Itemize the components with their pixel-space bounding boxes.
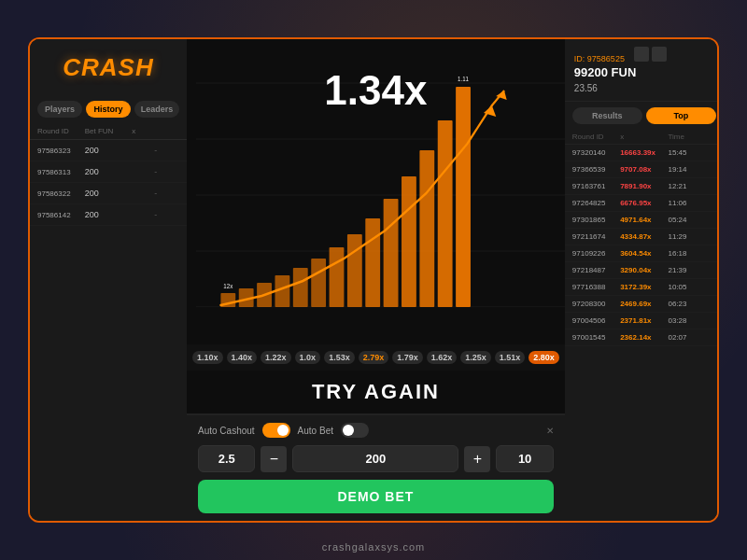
svg-rect-16 — [419, 150, 434, 307]
table-row: 97586313 200 - — [30, 161, 187, 183]
svg-rect-14 — [384, 199, 399, 307]
right-row: 97109226 3604.54x 16:18 — [565, 245, 719, 262]
right-row: 97211674 4334.87x 11:29 — [565, 229, 719, 245]
left-tabs-row: Players History Leaders — [30, 95, 187, 123]
icon-square-1[interactable] — [634, 47, 649, 62]
hist-item: 1.10x — [192, 351, 223, 364]
logo-text: CRASH — [63, 53, 153, 82]
left-panel: CRASH Players History Leaders Round ID B… — [30, 39, 187, 521]
bet-amount-input[interactable] — [292, 445, 458, 472]
right-row: 97001545 2362.14x 02:07 — [565, 329, 719, 346]
right-row: 97264825 6676.95x 11:06 — [565, 195, 719, 212]
tab-results[interactable]: Results — [572, 107, 642, 124]
left-table-header: Round ID Bet FUN x — [30, 123, 187, 140]
hist-item: 1.53x — [324, 351, 355, 364]
auto-bet-toggle[interactable] — [341, 423, 369, 438]
right-row: 97320140 16663.39x 15:45 — [565, 145, 719, 161]
website-url: crashgalaxsys.com — [322, 541, 426, 553]
right-table-header: Round ID x Time — [565, 130, 719, 145]
svg-rect-12 — [347, 234, 362, 307]
hist-item: 1.79x — [392, 351, 423, 364]
svg-rect-13 — [365, 218, 380, 307]
right-tabs: Results Top — [565, 102, 719, 130]
svg-rect-17 — [438, 120, 453, 307]
right-row: 97366539 9707.08x 19:14 — [565, 161, 719, 178]
right-rows: 97320140 16663.39x 15:45 97366539 9707.0… — [565, 145, 719, 521]
logo-area: CRASH — [30, 39, 187, 95]
hist-item: 1.25x — [460, 351, 491, 364]
icon-square-2[interactable] — [652, 47, 667, 62]
history-bar: 1.10x 1.40x 1.22x 1.0x 1.53x 2.79x 1.79x… — [187, 344, 565, 371]
right-panel: ID: 97586525 99200 FUN 23.56 Results Top… — [565, 39, 719, 521]
auto-bet-label: Auto Bet — [298, 426, 333, 436]
step-input[interactable] — [496, 445, 553, 472]
hist-item: 1.62x — [427, 351, 458, 364]
tab-history[interactable]: History — [86, 101, 131, 118]
plus-button[interactable]: + — [464, 446, 490, 472]
close-icon[interactable]: ✕ — [546, 426, 554, 436]
right-row: 97208300 2469.69x 06:23 — [565, 296, 719, 313]
controls-area: Auto Cashout Auto Bet ✕ − + DEMO BET — [187, 414, 565, 521]
cashout-input[interactable] — [198, 445, 255, 472]
hist-item: 1.51x — [495, 351, 526, 364]
multiplier-display: 1.34x — [324, 67, 427, 114]
hist-item: 2.79x — [359, 351, 389, 364]
svg-rect-18 — [456, 87, 471, 307]
svg-text:1.11: 1.11 — [458, 76, 469, 82]
hist-item: 1.0x — [295, 351, 321, 364]
user-id: ID: 97586525 — [574, 47, 714, 63]
svg-rect-11 — [330, 247, 345, 307]
table-row: 97586322 200 - — [30, 183, 187, 204]
right-row: 97163761 7891.90x 12:21 — [565, 178, 719, 195]
right-row: 97301865 4971.64x 05:24 — [565, 212, 719, 229]
right-row: 97716388 3172.39x 10:05 — [565, 279, 719, 296]
svg-rect-15 — [402, 176, 416, 307]
minus-button[interactable]: − — [261, 446, 287, 472]
table-row: 97586142 200 - — [30, 204, 187, 226]
middle-panel: 1.34x — [187, 39, 565, 521]
tab-top[interactable]: Top — [646, 107, 716, 124]
try-again-area: TRY AGAIN — [187, 371, 565, 414]
right-row: 97004506 2371.81x 03:28 — [565, 313, 719, 329]
auto-cashout-label: Auto Cashout — [198, 426, 255, 436]
right-header: ID: 97586525 99200 FUN 23.56 — [565, 39, 719, 102]
main-container: CRASH Players History Leaders Round ID B… — [28, 37, 719, 523]
auto-cashout-toggle[interactable] — [262, 423, 290, 438]
table-row: 97586323 200 - — [30, 140, 187, 161]
right-row: 97218487 3290.04x 21:39 — [565, 262, 719, 279]
tab-leaders[interactable]: Leaders — [134, 101, 179, 118]
auto-row: Auto Cashout Auto Bet ✕ — [198, 423, 554, 438]
hist-item: 1.22x — [261, 351, 291, 364]
tab-players[interactable]: Players — [37, 101, 82, 118]
bet-input-row: − + — [198, 445, 554, 472]
try-again-text: TRY AGAIN — [312, 380, 440, 404]
svg-rect-10 — [311, 259, 326, 307]
demo-bet-button[interactable]: DEMO BET — [198, 480, 554, 513]
game-area: 1.34x — [187, 39, 565, 344]
hist-item: 1.40x — [227, 351, 258, 364]
svg-text:12x: 12x — [223, 283, 233, 289]
user-score: 23.56 — [574, 83, 714, 93]
hist-item-highlight: 2.80x — [529, 351, 559, 364]
user-balance: 99200 FUN — [574, 65, 714, 79]
svg-rect-9 — [293, 268, 308, 307]
